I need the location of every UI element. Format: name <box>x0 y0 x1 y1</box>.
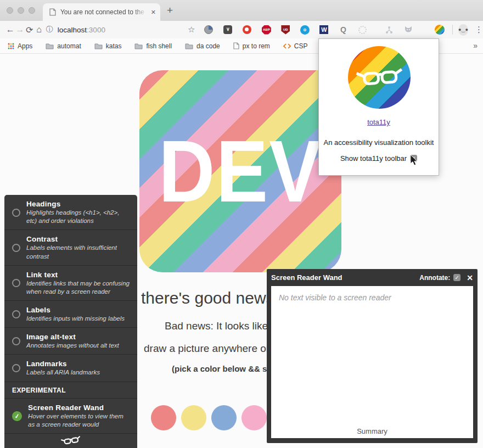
bookmark-folder-fish-shell[interactable]: fish shell <box>134 42 172 50</box>
item-desc: Identifies links that may be confusing w… <box>26 279 131 296</box>
red-circle-extension-icon[interactable] <box>242 25 252 35</box>
home-icon[interactable]: ⌂ <box>34 25 43 35</box>
magnifier-extension-icon[interactable]: Q <box>338 25 348 35</box>
wand-panel-title: Screen Reader Wand <box>271 273 342 282</box>
profile-avatar[interactable]: ●‿● <box>458 24 468 36</box>
wand-empty-message: No text visible to a screen reader <box>279 293 465 302</box>
site-info-icon[interactable]: ⓘ <box>46 25 53 35</box>
reload-icon[interactable]: ⟳ <box>25 25 34 35</box>
screen-reader-wand-panel: Screen Reader Wand Annotate: ✓ ✕ No text… <box>267 269 478 443</box>
back-icon[interactable]: ← <box>5 25 15 35</box>
bookmark-folder-automat[interactable]: automat <box>46 42 81 50</box>
radio-icon[interactable] <box>12 310 20 318</box>
show-toolbar-row[interactable]: Show tota11y toolbar ✓ <box>319 154 439 163</box>
dev-logo: DEV <box>139 70 341 272</box>
annotate-checkbox[interactable]: ✓ <box>453 274 460 281</box>
bookmark-star-icon[interactable]: ☆ <box>188 25 195 35</box>
color-swatch-red[interactable] <box>151 405 176 430</box>
extension-icons: ∨ ABP UD ꙫ W Q <box>204 25 445 35</box>
annotate-label: Annotate: <box>419 274 450 282</box>
experimental-section-label: EXPERIMENTAL <box>4 382 137 399</box>
tota11y-panel: Headings Highlights headings (<h1>, <h2>… <box>4 195 137 448</box>
folder-icon <box>46 43 54 49</box>
item-desc: Labels elements with insufficient contra… <box>26 244 131 260</box>
wand-panel-body: No text visible to a screen reader Summa… <box>271 286 473 438</box>
color-swatch-blue[interactable] <box>211 405 237 430</box>
tota11y-item-headings[interactable]: Headings Highlights headings (<h1>, <h2>… <box>4 195 137 230</box>
radio-icon[interactable] <box>12 364 20 372</box>
bookmark-label: fish shell <box>146 42 172 50</box>
item-title: Image alt-text <box>26 333 131 341</box>
folder-icon <box>185 43 193 49</box>
tota11y-panel-footer[interactable] <box>4 434 137 448</box>
tree-extension-icon[interactable] <box>384 25 394 35</box>
tota11y-extension-popup: tota11y An accessibility visualization t… <box>318 38 439 176</box>
tota11y-item-labels[interactable]: Labels Identifies inputs with missing la… <box>4 301 137 328</box>
bookmark-label: da code <box>196 42 220 50</box>
window-zoom-button[interactable] <box>29 7 35 14</box>
pocket-extension-icon[interactable]: ∨ <box>223 25 233 35</box>
radio-icon[interactable] <box>12 337 20 345</box>
tota11y-item-contrast[interactable]: Contrast Labels elements with insufficie… <box>4 230 137 265</box>
w-extension-icon[interactable]: W <box>319 25 329 35</box>
tota11y-item-landmarks[interactable]: Landmarks Labels all ARIA landmarks <box>4 355 137 382</box>
folder-icon <box>94 43 103 49</box>
window-close-button[interactable] <box>7 7 13 14</box>
cat-extension-icon[interactable] <box>403 25 413 35</box>
clock-lock-extension-icon[interactable] <box>204 25 214 35</box>
url-host: localhost <box>58 26 87 34</box>
blue-glasses-extension-icon[interactable]: ꙫ <box>300 25 310 35</box>
toolbar-divider <box>452 25 453 35</box>
ud-shield-extension-icon[interactable]: UD <box>280 25 290 35</box>
page-icon <box>233 42 239 49</box>
glasses-icon <box>60 435 81 446</box>
browser-tab[interactable]: You are not connected to the I ✕ <box>43 3 160 21</box>
browser-menu-icon[interactable]: ⋮ <box>475 25 483 35</box>
item-desc: Labels all ARIA landmarks <box>26 368 131 377</box>
forward-icon[interactable]: → <box>15 25 24 35</box>
bookmark-folder-katas[interactable]: katas <box>94 42 122 50</box>
bookmark-apps[interactable]: Apps <box>8 42 32 50</box>
show-toolbar-label: Show tota11y toolbar <box>340 154 407 163</box>
bookmark-folder-da-code[interactable]: da code <box>185 42 220 50</box>
wand-summary-button[interactable]: Summary <box>271 427 473 435</box>
item-desc: Hover over elements to view them as a sc… <box>28 412 131 429</box>
item-title: Headings <box>26 200 131 208</box>
url-text[interactable]: localhost:3000 <box>58 26 105 34</box>
disabled-extension-icon[interactable] <box>357 25 367 35</box>
tota11y-extension-icon[interactable] <box>435 25 445 35</box>
tab-title: You are not connected to the I <box>60 8 147 16</box>
color-swatch-yellow[interactable] <box>181 405 206 430</box>
item-title: Labels <box>26 306 131 314</box>
page-favicon-icon <box>49 8 56 16</box>
bookmark-label: automat <box>57 42 81 50</box>
tab-close-icon[interactable]: ✕ <box>151 9 156 16</box>
popup-description: An accessibility visualization toolkit <box>319 138 439 147</box>
bookmarks-overflow-icon[interactable]: » <box>473 41 478 50</box>
wand-panel-header[interactable]: Screen Reader Wand Annotate: ✓ ✕ <box>271 269 473 286</box>
page-heading: there's good news <box>141 289 274 307</box>
item-desc: Annotates images without alt text <box>26 341 131 350</box>
radio-icon[interactable] <box>12 244 20 252</box>
bookmark-label: px to rem <box>243 42 270 50</box>
adblock-plus-extension-icon[interactable]: ABP <box>261 25 271 35</box>
window-minimize-button[interactable] <box>18 7 24 14</box>
address-bar[interactable]: ⓘ localhost:3000 <box>46 25 105 35</box>
tota11y-item-screen-reader-wand[interactable]: ✓ Screen Reader Wand Hover over elements… <box>4 399 137 434</box>
glasses-icon <box>353 66 405 88</box>
browser-toolbar: ← → ⟳ ⌂ ⓘ localhost:3000 ☆ ∨ ABP UD ꙫ W … <box>0 21 483 38</box>
checked-icon[interactable]: ✓ <box>12 411 23 422</box>
new-tab-button[interactable]: + <box>167 4 173 16</box>
titlebar: You are not connected to the I ✕ + <box>0 0 483 21</box>
bookmark-csp[interactable]: CSP <box>283 42 308 50</box>
tota11y-link[interactable]: tota11y <box>367 118 390 126</box>
tota11y-item-link-text[interactable]: Link text Identifies links that may be c… <box>4 266 137 301</box>
radio-icon[interactable] <box>12 279 20 287</box>
dev-logo-text: DEV <box>159 121 322 222</box>
tota11y-item-image-alt-text[interactable]: Image alt-text Annotates images without … <box>4 328 137 355</box>
radio-icon[interactable] <box>12 209 20 217</box>
color-swatch-pink[interactable] <box>242 405 267 430</box>
page-text-line: Bad news: It looks like y <box>165 320 276 332</box>
wand-close-icon[interactable]: ✕ <box>467 273 473 282</box>
bookmark-px-to-rem[interactable]: px to rem <box>233 42 270 50</box>
